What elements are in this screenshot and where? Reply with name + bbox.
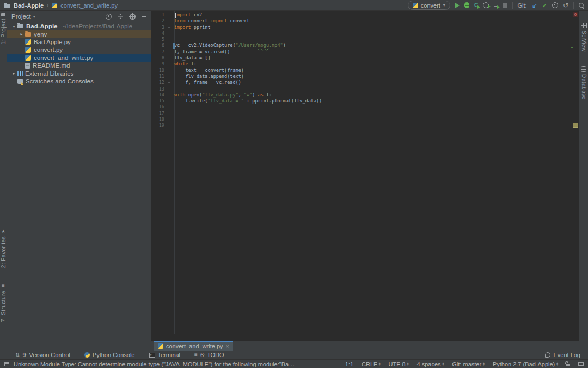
sidebar-item-sciview[interactable]: SciView xyxy=(581,21,587,54)
line-number: 17 xyxy=(151,111,164,117)
close-icon[interactable]: × xyxy=(226,343,229,349)
toolwindow-button-9-version-control[interactable]: ⇅9: Version Control xyxy=(15,352,70,358)
status-item-python-2-7-bad-apple[interactable]: Python 2.7 (Bad-Apple)▴▾ xyxy=(493,361,558,367)
tree-item-bad-apple-py[interactable]: Bad Apple.py xyxy=(7,38,151,46)
status-item-git-master[interactable]: Git: master▴▾ xyxy=(452,361,485,367)
warning-stripe-mark[interactable] xyxy=(573,123,578,128)
line-number: 1 xyxy=(151,12,164,18)
tree-item-convert-py[interactable]: convert.py xyxy=(7,46,151,53)
line-number: 16 xyxy=(151,104,164,110)
tree-item-scratches-and-consoles[interactable]: Scratches and Consoles xyxy=(7,77,151,85)
breadcrumb-project[interactable]: Bad-Apple xyxy=(14,2,44,9)
code-line-6: 6vc = cv2.VideoCapture("/Users/mogu.mp4"… xyxy=(151,43,568,49)
sidebar-item-favorites[interactable]: ★ 2: Favorites xyxy=(1,227,7,270)
tree-item-label: External Libraries xyxy=(25,70,74,77)
locate-file-button[interactable] xyxy=(106,14,112,20)
code-line-12: 12− f, frame = vc.read() xyxy=(151,80,568,86)
event-log-button[interactable]: Event Log xyxy=(545,352,580,358)
sidebar-item-project[interactable]: 1: Project xyxy=(1,11,7,46)
fold-marker-icon[interactable]: − xyxy=(164,61,174,67)
collapse-all-button[interactable] xyxy=(118,14,123,19)
line-number: 12 xyxy=(151,80,164,86)
profiler-button[interactable] xyxy=(483,2,489,8)
toolwindow-button-6-todo[interactable]: ≡6: TODO xyxy=(194,352,224,358)
fold-marker-icon[interactable]: − xyxy=(164,25,174,31)
update-project-button[interactable]: ↙ xyxy=(532,2,537,9)
expand-arrow-icon[interactable]: ▸ xyxy=(10,71,17,76)
panel-header-icons xyxy=(106,13,146,20)
editor-tab-strip: convert_and_write.py × xyxy=(0,341,588,351)
hide-panel-button[interactable] xyxy=(142,14,146,19)
editor[interactable]: 1−import cv22from convert import convert… xyxy=(151,11,579,341)
status-item-1-1[interactable]: 1:1 xyxy=(345,361,353,367)
sidebar-item-database[interactable]: Database xyxy=(581,64,587,102)
event-log-label: Event Log xyxy=(553,352,580,358)
fold-gutter xyxy=(164,31,174,37)
run-button[interactable] xyxy=(455,3,460,8)
tab-convert-and-write[interactable]: convert_and_write.py × xyxy=(154,341,233,351)
commit-button[interactable]: ✓ xyxy=(542,2,547,9)
toolwindow-button-terminal[interactable]: Terminal xyxy=(149,352,181,358)
fold-marker-icon[interactable]: − xyxy=(164,12,174,18)
tree-item-venv[interactable]: ▸venv xyxy=(7,30,151,38)
python-logo-icon xyxy=(413,3,418,8)
status-item-label: Git: master xyxy=(452,361,481,367)
toolwindow-button-label: Python Console xyxy=(93,352,135,358)
project-panel-title[interactable]: Project xyxy=(11,13,31,20)
right-tool-stripe: SciView Database xyxy=(579,11,588,341)
chevron-down-icon[interactable]: ▾ xyxy=(33,14,35,19)
tree-item-readme-md[interactable]: README.md xyxy=(7,62,151,69)
toolwindow-toggle-icon[interactable] xyxy=(4,362,9,366)
tree-item-bad-apple[interactable]: ▾Bad-Apple~/IdeaProjects/Bad-Apple xyxy=(7,22,151,30)
code-text: with open("flv_data.py", "w") as f: xyxy=(174,92,568,98)
toolbar-divider xyxy=(573,2,574,9)
fold-marker-icon[interactable]: − xyxy=(164,80,174,86)
updown-arrows-icon: ▴▾ xyxy=(443,362,444,366)
panel-settings-button[interactable] xyxy=(129,13,136,20)
code-text xyxy=(174,104,568,110)
status-item-crlf[interactable]: CRLF▴▾ xyxy=(362,361,381,367)
code-token: "/Users/ xyxy=(236,43,258,48)
expand-arrow-icon[interactable]: ▸ xyxy=(18,32,25,37)
search-everywhere-button[interactable] xyxy=(579,3,584,8)
inspection-status-badge[interactable]: 0 xyxy=(573,12,578,17)
code-line-13: 13 xyxy=(151,86,568,92)
monitor-icon[interactable] xyxy=(578,362,584,366)
stop-button[interactable] xyxy=(503,3,507,8)
debug-button[interactable] xyxy=(464,2,469,8)
sidebar-item-structure[interactable]: ≡ 7: Structure xyxy=(1,281,7,324)
structure-icon: ≡ xyxy=(2,283,5,288)
code-token: mogu xyxy=(258,43,269,48)
code-line-19: 19 xyxy=(151,123,568,129)
code-line-17: 17 xyxy=(151,111,568,117)
code-token: with xyxy=(174,92,185,98)
terminal-icon xyxy=(149,353,155,358)
status-item-label: 4 spaces xyxy=(417,361,441,367)
code-lines[interactable]: 1−import cv22from convert import convert… xyxy=(151,12,568,129)
tree-item-label: convert_and_write.py xyxy=(34,55,93,61)
code-token: ) xyxy=(283,43,286,48)
run-configuration-name: convert xyxy=(421,2,440,9)
code-line-3: 3−import pprint xyxy=(151,25,568,31)
sciview-grid-icon xyxy=(581,23,587,28)
status-item-4-spaces[interactable]: 4 spaces▴▾ xyxy=(417,361,444,367)
main-area: 1: Project ★ 2: Favorites ≡ 7: Structure… xyxy=(0,11,588,341)
run-with-coverage-button[interactable]: C xyxy=(474,2,478,8)
unlock-icon[interactable] xyxy=(566,364,570,366)
text-caret xyxy=(175,13,176,18)
history-button[interactable] xyxy=(552,2,558,8)
code-text xyxy=(174,117,568,123)
tree-item-external-libraries[interactable]: ▸External Libraries xyxy=(7,69,151,77)
tree-item-convert-and-write-py[interactable]: convert_and_write.py xyxy=(7,54,151,62)
left-stripe-bottom: ★ 2: Favorites ≡ 7: Structure xyxy=(1,227,7,324)
run-with-configuration-button[interactable]: ≡ xyxy=(494,2,497,8)
rollback-button[interactable]: ↺ xyxy=(563,2,568,9)
expand-arrow-icon[interactable]: ▾ xyxy=(10,24,17,29)
toolwindow-button-python-console[interactable]: Python Console xyxy=(84,352,135,358)
run-configuration-select[interactable]: convert ▾ xyxy=(408,1,450,10)
status-item-utf-8[interactable]: UTF-8▴▾ xyxy=(389,361,409,367)
code-token: f: xyxy=(264,92,272,98)
tree-item-label: convert.py xyxy=(34,46,63,53)
code-token: import xyxy=(174,12,191,17)
breadcrumb-file[interactable]: convert_and_write.py xyxy=(60,2,118,9)
